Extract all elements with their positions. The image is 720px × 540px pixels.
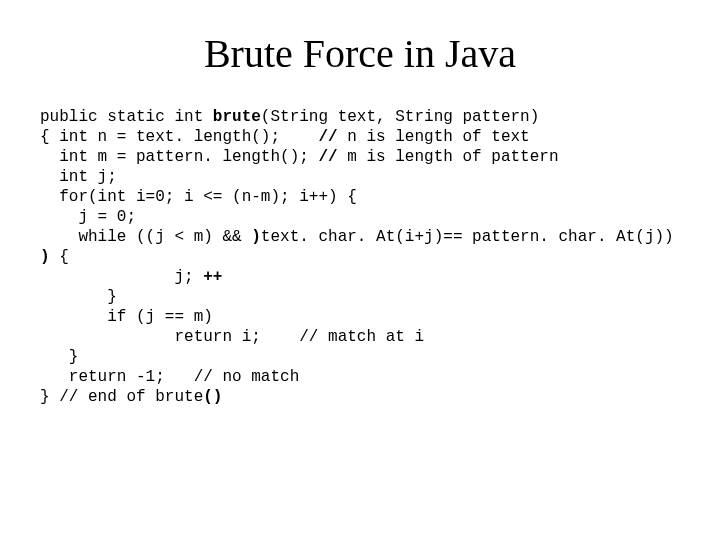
code-text: m is length of pattern bbox=[338, 148, 559, 166]
code-text: public static int bbox=[40, 108, 213, 126]
code-line-9: j; ++ bbox=[40, 268, 222, 286]
code-text: n is length of text bbox=[338, 128, 530, 146]
code-line-4: int j; bbox=[40, 168, 117, 186]
code-line-14: return -1; // no match bbox=[40, 368, 299, 386]
code-text: { int n = text. length(); bbox=[40, 128, 318, 146]
code-increment: ++ bbox=[203, 268, 222, 286]
code-text: { bbox=[50, 248, 69, 266]
code-keyword-brute: brute bbox=[213, 108, 261, 126]
code-line-1: public static int brute(String text, Str… bbox=[40, 108, 539, 126]
code-comment-slash: // bbox=[318, 148, 337, 166]
code-line-6: j = 0; bbox=[40, 208, 136, 226]
code-paren: ) bbox=[40, 248, 50, 266]
slide: Brute Force in Java public static int br… bbox=[0, 0, 720, 540]
code-text: j; bbox=[40, 268, 203, 286]
code-paren: ) bbox=[251, 228, 261, 246]
code-block: public static int brute(String text, Str… bbox=[40, 107, 720, 407]
slide-title: Brute Force in Java bbox=[0, 30, 720, 77]
code-line-2: { int n = text. length(); // n is length… bbox=[40, 128, 530, 146]
code-text: while ((j < m) && bbox=[40, 228, 251, 246]
code-line-15: } // end of brute() bbox=[40, 388, 222, 406]
code-line-10: } bbox=[40, 288, 117, 306]
code-comment-slash: // bbox=[318, 128, 337, 146]
code-line-12: return i; // match at i bbox=[40, 328, 424, 346]
code-line-13: } bbox=[40, 348, 78, 366]
code-text: (String text, String pattern) bbox=[261, 108, 539, 126]
code-line-11: if (j == m) bbox=[40, 308, 213, 326]
code-line-7: while ((j < m) && )text. char. At(i+j)==… bbox=[40, 228, 674, 246]
code-line-5: for(int i=0; i <= (n-m); i++) { bbox=[40, 188, 357, 206]
code-line-3: int m = pattern. length(); // m is lengt… bbox=[40, 148, 559, 166]
code-paren: () bbox=[203, 388, 222, 406]
code-text: text. char. At(i+j)== pattern. char. At(… bbox=[261, 228, 674, 246]
code-text: } // end of brute bbox=[40, 388, 203, 406]
code-text: int m = pattern. length(); bbox=[40, 148, 318, 166]
code-line-8: ) { bbox=[40, 248, 69, 266]
